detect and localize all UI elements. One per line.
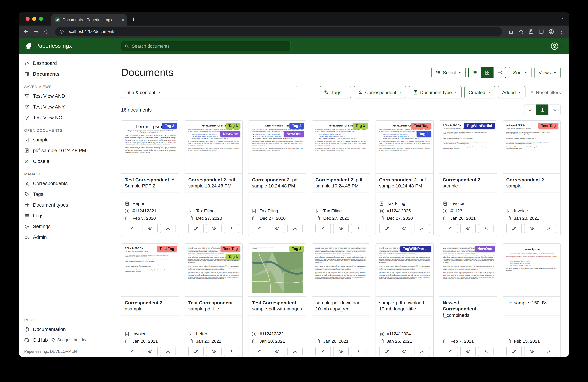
sidebar-item-admin[interactable]: Admin	[19, 232, 113, 242]
correspondent-link[interactable]: Test Correspondent	[252, 300, 296, 305]
pagination-next-button[interactable]: »	[548, 104, 561, 115]
close-window-button[interactable]	[25, 17, 30, 21]
download-document-button[interactable]	[287, 224, 303, 233]
filter-field-dropdown[interactable]: Title & content	[121, 86, 166, 99]
correspondent-link[interactable]: Correspondent 2	[442, 177, 480, 182]
tag-badge[interactable]: Tag 3	[226, 254, 241, 260]
tag-badge[interactable]: Tag 3	[226, 123, 241, 129]
reset-filters-button[interactable]: Reset filters	[530, 90, 561, 95]
download-document-button[interactable]	[351, 224, 366, 233]
correspondent-link[interactable]: Correspondent 2	[379, 177, 417, 182]
view-document-button[interactable]	[397, 224, 412, 233]
document-preview[interactable]: Adobe Acrobat PDF Files Lorem ipsum dolo…	[185, 121, 242, 174]
correspondent-link[interactable]: Correspondent 2	[188, 177, 226, 182]
maximize-window-button[interactable]	[39, 17, 43, 21]
edit-document-button[interactable]	[252, 347, 267, 356]
download-document-button[interactable]	[478, 224, 493, 233]
sidebar-item-logs[interactable]: Logs	[19, 210, 113, 221]
download-document-button[interactable]	[415, 347, 430, 356]
tag-badge[interactable]: Test Tag	[538, 123, 558, 129]
select-button[interactable]: Select	[432, 67, 466, 78]
sidebar-item-test-view-not[interactable]: Test View NOT	[19, 112, 113, 123]
filter-tags-button[interactable]: Tags	[320, 86, 351, 99]
download-document-button[interactable]	[542, 224, 557, 233]
document-preview[interactable]: Lorem ipsum dolor sit amet, consectetur …	[312, 243, 370, 297]
correspondent-link[interactable]: Test Correspondent	[188, 300, 233, 305]
document-preview[interactable]: Adobe Acrobat PDF Files Lorem ipsum dolo…	[312, 121, 370, 174]
sidebar-item-documents[interactable]: Documents	[19, 69, 113, 79]
document-preview[interactable]: Adobe Acrobat PDF Files Lorem ipsum dolo…	[249, 121, 306, 174]
edit-document-button[interactable]	[188, 347, 204, 356]
bookmark-button[interactable]	[518, 29, 524, 34]
github-link[interactable]: GitHub	[33, 337, 48, 343]
tag-badge[interactable]: Test Tag	[220, 246, 240, 252]
edit-document-button[interactable]	[506, 347, 522, 356]
sidebar-item-correspondents[interactable]: Correspondents	[19, 178, 113, 189]
browser-tab[interactable]: Documents - Paperless-ngx ×	[51, 14, 127, 25]
document-title-link[interactable]: sample-pdf-download-10-mb-longer-title	[379, 300, 426, 312]
correspondent-link[interactable]: Correspondent 2	[506, 177, 544, 182]
tag-badge[interactable]: NewOne	[475, 246, 495, 252]
sidebar-item-document-types[interactable]: Document types	[19, 200, 113, 210]
sidebar-item-tags[interactable]: Tags	[19, 189, 113, 200]
sidebar-item-documentation[interactable]: Documentation	[19, 324, 113, 335]
minimize-window-button[interactable]	[32, 17, 36, 21]
side-panel-button[interactable]	[539, 29, 544, 34]
reload-button[interactable]	[44, 29, 49, 34]
edit-document-button[interactable]	[442, 347, 458, 356]
view-document-button[interactable]	[524, 347, 539, 356]
correspondent-link[interactable]: Test Correspondent	[125, 177, 169, 182]
download-document-button[interactable]	[224, 347, 239, 356]
document-preview[interactable]: Lorem Ipsum"Neque porro quisquam est qui…	[121, 121, 179, 174]
tag-badge[interactable]: TagWithPartial	[464, 123, 495, 129]
view-document-button[interactable]	[333, 347, 348, 356]
sidebar-item-dashboard[interactable]: Dashboard	[19, 58, 113, 69]
search-input[interactable]	[132, 43, 280, 49]
filter-document-type-button[interactable]: Document type	[409, 86, 462, 99]
document-title-link[interactable]: sample-pdf-download-10-mb copy_red	[315, 300, 362, 312]
edit-document-button[interactable]	[252, 224, 267, 233]
tag-badge[interactable]: Tag 3	[289, 246, 304, 252]
edit-document-button[interactable]	[442, 224, 458, 233]
suggest-idea-link[interactable]: Suggest an idea	[51, 338, 87, 342]
edit-document-button[interactable]	[188, 224, 204, 233]
filter-created-button[interactable]: Created	[464, 86, 495, 99]
correspondent-link[interactable]: Newest Correspondent	[442, 300, 476, 312]
site-info-icon[interactable]	[60, 29, 64, 34]
view-document-button[interactable]	[142, 224, 158, 233]
download-document-button[interactable]	[160, 224, 175, 233]
sort-button[interactable]: Sort	[509, 67, 531, 78]
title-content-filter-input[interactable]	[166, 86, 297, 99]
document-preview[interactable]: A Simple PDF File This is a small demons…	[121, 243, 179, 297]
view-document-button[interactable]	[461, 347, 476, 356]
view-document-button[interactable]	[142, 347, 158, 356]
document-preview[interactable]: Lorem ipsum dolor sit amet, consectetur …	[249, 243, 306, 297]
edit-document-button[interactable]	[315, 347, 331, 356]
download-document-button[interactable]	[478, 347, 493, 356]
sidebar-item-settings[interactable]: Settings	[19, 221, 113, 232]
download-document-button[interactable]	[160, 347, 175, 356]
download-document-button[interactable]	[351, 347, 366, 356]
view-document-button[interactable]	[206, 347, 221, 356]
view-document-button[interactable]	[270, 347, 285, 356]
tag-badge[interactable]: Tag 3	[353, 123, 368, 129]
sidebar-item-test-view-any[interactable]: Test View ANY	[19, 101, 113, 112]
correspondent-link[interactable]: Correspondent 2	[252, 177, 290, 182]
document-preview[interactable]: Adobe Acrobat PDF Files Lorem ipsum dolo…	[376, 121, 433, 174]
view-document-button[interactable]	[333, 224, 348, 233]
tag-badge[interactable]: Tag 2	[289, 123, 304, 129]
tag-badge[interactable]: Tag 2	[162, 123, 177, 129]
sidebar-item-test-view-and[interactable]: Test View AND	[19, 91, 113, 101]
download-document-button[interactable]	[287, 347, 303, 356]
document-preview[interactable]: A Simple PDF File This is a small demons…	[439, 121, 497, 174]
tab-search-button[interactable]	[559, 16, 564, 22]
new-tab-button[interactable]	[131, 17, 136, 23]
tag-badge[interactable]: NewOne	[284, 131, 304, 137]
download-document-button[interactable]	[224, 224, 239, 233]
document-preview[interactable]: A Simple PDF File This is a small demons…	[503, 121, 560, 174]
tag-badge[interactable]: Tag 2	[417, 131, 431, 137]
tag-badge[interactable]: Test Tag	[411, 123, 431, 129]
filter-correspondent-button[interactable]: Correspondent	[354, 86, 406, 99]
views-button[interactable]: Views	[534, 67, 561, 78]
view-mode-detail-button[interactable]	[493, 67, 506, 78]
